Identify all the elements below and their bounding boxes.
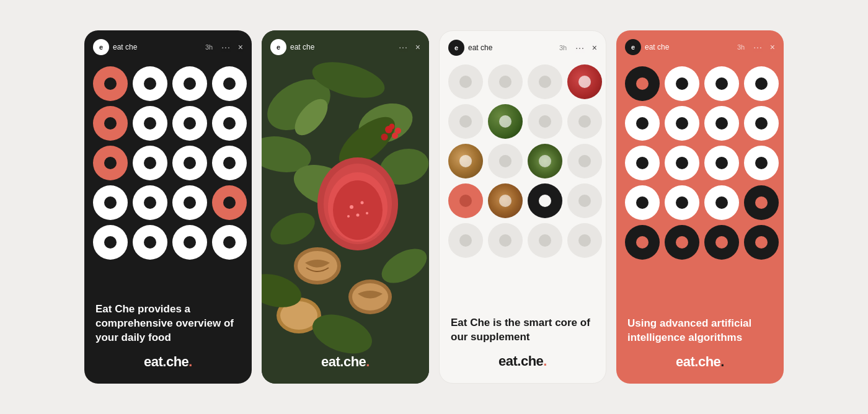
dot: [133, 106, 167, 141]
card-2: e eat che ··· × eat.che.: [262, 30, 429, 384]
card-1-time: 3h: [205, 43, 213, 51]
svg-point-18: [347, 215, 350, 218]
card-1-menu-icon[interactable]: ···: [221, 42, 231, 52]
dot: [93, 66, 128, 101]
card-4: e eat che 3h ··· ×: [616, 30, 784, 384]
dot: [744, 146, 779, 180]
dot: [172, 146, 207, 180]
dot: [133, 146, 167, 180]
card-3-dot-grid: [440, 61, 606, 262]
card-2-bottom: eat.che.: [262, 344, 429, 384]
dot-photo: [488, 183, 523, 218]
card-3-time: 3h: [559, 44, 567, 51]
dot: [744, 185, 779, 220]
dot: [528, 104, 562, 139]
dot: [625, 66, 660, 101]
dot: [665, 185, 699, 220]
dot: [93, 225, 128, 260]
dot: [172, 225, 207, 260]
card-1: e eat che 3h ··· ×: [84, 30, 252, 384]
dot: [448, 64, 483, 99]
card-1-header: e eat che 3h ··· ×: [84, 30, 252, 60]
dot: [704, 66, 739, 101]
dot: [212, 185, 247, 220]
dot: [567, 223, 602, 258]
dot: [625, 185, 660, 220]
dot: [625, 146, 660, 180]
card-3-brand: eat che: [468, 43, 556, 52]
dot: [744, 106, 779, 141]
card-1-bottom: Eat Che provides a comprehensive overvie…: [84, 293, 252, 384]
dot: [744, 66, 779, 101]
dot: [172, 106, 207, 141]
card-1-description: Eat Che provides a comprehensive overvie…: [95, 302, 241, 345]
brand-dot: .: [543, 353, 547, 369]
card-4-logo: e: [625, 39, 641, 55]
svg-point-17: [356, 214, 360, 217]
card-1-dot-grid: [84, 60, 252, 266]
card-4-description: Using advanced artificial intelligence a…: [627, 317, 773, 345]
dot: [133, 225, 167, 260]
dot: [172, 185, 207, 220]
svg-point-29: [389, 124, 395, 130]
dot: [212, 225, 247, 260]
card-2-brand: eat che: [290, 43, 386, 51]
dot: [448, 104, 483, 139]
svg-point-30: [395, 128, 401, 134]
dot: [567, 183, 602, 218]
card-1-logo-letter: e: [99, 43, 103, 51]
dot: [665, 225, 699, 260]
dot: [528, 183, 562, 218]
card-3-logo: e: [448, 40, 464, 56]
card-2-menu-icon[interactable]: ···: [399, 42, 408, 52]
cards-container: e eat che 3h ··· ×: [60, 6, 808, 408]
card-2-brand-text: eat.che.: [273, 354, 418, 370]
card-4-close-icon[interactable]: ×: [770, 42, 775, 52]
dot: [488, 64, 523, 99]
dot: [567, 144, 602, 178]
dot: [93, 146, 128, 180]
card-1-brand: eat che: [113, 43, 202, 51]
card-4-bottom: Using advanced artificial intelligence a…: [616, 307, 784, 384]
card-2-logo-letter: e: [277, 43, 280, 51]
dot: [133, 66, 167, 101]
brand-dot: .: [188, 354, 192, 369]
dot: [567, 104, 602, 139]
dot: [625, 106, 660, 141]
card-4-logo-letter: e: [631, 43, 635, 51]
dot: [704, 146, 739, 180]
dot: [172, 66, 207, 101]
dot: [625, 225, 660, 260]
card-3-brand-text: eat.che.: [451, 353, 595, 369]
dot: [93, 185, 128, 220]
card-1-logo: e: [93, 39, 109, 55]
card-3-menu-icon[interactable]: ···: [575, 43, 585, 53]
card-1-close-icon[interactable]: ×: [238, 42, 243, 52]
dot: [528, 64, 562, 99]
dot: [488, 144, 523, 178]
card-2-photo: [262, 30, 429, 384]
svg-point-28: [381, 134, 388, 141]
svg-point-15: [350, 205, 353, 209]
dot: [665, 66, 699, 101]
svg-point-19: [366, 212, 368, 214]
brand-dot: .: [366, 354, 370, 369]
card-1-brand-text: eat.che.: [95, 354, 241, 370]
card-4-menu-icon[interactable]: ···: [753, 42, 763, 52]
card-3-close-icon[interactable]: ×: [592, 43, 597, 53]
dot-photo: [448, 144, 483, 178]
dot: [448, 223, 483, 258]
card-4-time: 3h: [737, 43, 745, 51]
dot: [665, 146, 699, 180]
brand-dot: .: [720, 354, 724, 369]
card-3-bottom: Eat Che is the smart core of our supplem…: [440, 306, 606, 383]
card-4-brand-text: eat.che.: [627, 354, 773, 370]
dot: [212, 106, 247, 141]
card-3-description: Eat Che is the smart core of our supplem…: [451, 316, 595, 345]
dot: [704, 225, 739, 260]
card-4-brand: eat che: [645, 43, 733, 51]
dot: [212, 66, 247, 101]
dot-photo: [567, 64, 602, 99]
card-2-close-icon[interactable]: ×: [415, 42, 420, 52]
dot: [665, 106, 699, 141]
